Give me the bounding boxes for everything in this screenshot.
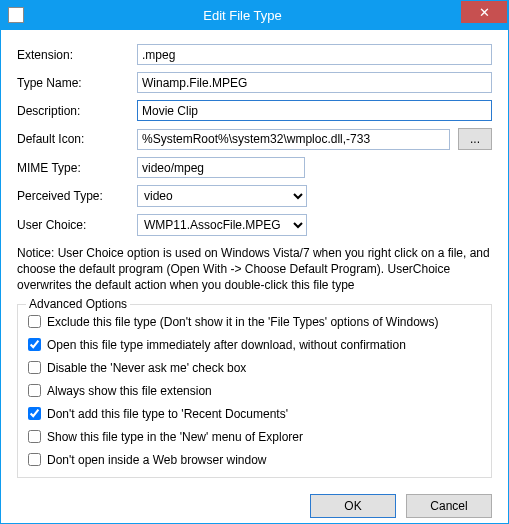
window-title: Edit File Type (24, 8, 461, 23)
userchoice-select[interactable]: WMP11.AssocFile.MPEG (137, 214, 307, 236)
disable-neverask-checkbox[interactable] (28, 361, 41, 374)
mimetype-input[interactable] (137, 157, 305, 178)
ok-button[interactable]: OK (310, 494, 396, 518)
userchoice-label: User Choice: (17, 218, 137, 232)
exclude-label: Exclude this file type (Don't show it in… (47, 315, 439, 329)
show-in-new-label: Show this file type in the 'New' menu of… (47, 430, 303, 444)
dialog-content: Extension: Type Name: Description: Defau… (0, 30, 509, 524)
perceivedtype-select[interactable]: video (137, 185, 307, 207)
typename-input[interactable] (137, 72, 492, 93)
perceivedtype-label: Perceived Type: (17, 189, 137, 203)
titlebar: Edit File Type ✕ (0, 0, 509, 30)
typename-label: Type Name: (17, 76, 137, 90)
extension-input[interactable] (137, 44, 492, 65)
defaulticon-label: Default Icon: (17, 132, 137, 146)
advanced-legend: Advanced Options (26, 297, 130, 311)
mimetype-label: MIME Type: (17, 161, 137, 175)
exclude-checkbox[interactable] (28, 315, 41, 328)
dont-open-browser-label: Don't open inside a Web browser window (47, 453, 267, 467)
close-button[interactable]: ✕ (461, 1, 507, 23)
notice-text: Notice: User Choice option is used on Wi… (17, 245, 492, 294)
description-label: Description: (17, 104, 137, 118)
cancel-button[interactable]: Cancel (406, 494, 492, 518)
advanced-options-group: Advanced Options Exclude this file type … (17, 304, 492, 478)
open-immediately-label: Open this file type immediately after do… (47, 338, 406, 352)
dont-add-recent-checkbox[interactable] (28, 407, 41, 420)
always-show-ext-checkbox[interactable] (28, 384, 41, 397)
dont-open-browser-checkbox[interactable] (28, 453, 41, 466)
browse-button[interactable]: ... (458, 128, 492, 150)
open-immediately-checkbox[interactable] (28, 338, 41, 351)
always-show-ext-label: Always show this file extension (47, 384, 212, 398)
defaulticon-input[interactable] (137, 129, 450, 150)
dont-add-recent-label: Don't add this file type to 'Recent Docu… (47, 407, 288, 421)
description-input[interactable] (137, 100, 492, 121)
show-in-new-checkbox[interactable] (28, 430, 41, 443)
disable-neverask-label: Disable the 'Never ask me' check box (47, 361, 246, 375)
extension-label: Extension: (17, 48, 137, 62)
app-icon (8, 7, 24, 23)
